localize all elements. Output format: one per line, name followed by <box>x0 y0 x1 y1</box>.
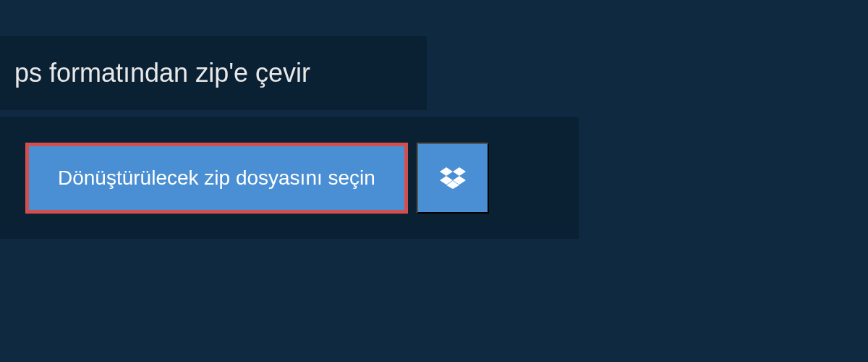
dropbox-icon <box>440 165 466 191</box>
button-row: Dönüştürülecek zip dosyasını seçin <box>25 143 553 214</box>
select-file-label: Dönüştürülecek zip dosyasını seçin <box>58 167 375 190</box>
select-file-button[interactable]: Dönüştürülecek zip dosyasını seçin <box>25 143 408 214</box>
dropbox-button[interactable] <box>417 143 489 214</box>
content-panel: Dönüştürülecek zip dosyasını seçin <box>0 117 579 239</box>
page-title: ps formatından zip'e çevir <box>14 58 412 88</box>
header-bar: ps formatından zip'e çevir <box>0 36 427 110</box>
